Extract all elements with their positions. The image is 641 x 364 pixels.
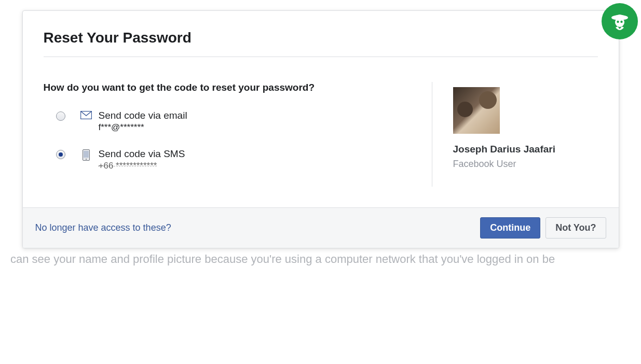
continue-button[interactable]: Continue bbox=[480, 217, 540, 239]
dialog-header: Reset Your Password bbox=[23, 11, 619, 66]
user-role: Facebook User bbox=[453, 159, 598, 170]
option-sms[interactable]: Send code via SMS +66 ************ bbox=[56, 148, 411, 171]
svg-point-3 bbox=[85, 159, 86, 160]
option-sms-detail: +66 ************ bbox=[99, 161, 185, 171]
option-email[interactable]: Send code via email f***@******* bbox=[56, 110, 411, 133]
no-access-link[interactable]: No longer have access to these? bbox=[35, 222, 171, 233]
footer-actions: Continue Not You? bbox=[480, 217, 606, 239]
prompt-text: How do you want to get the code to reset… bbox=[44, 82, 411, 93]
option-email-text: Send code via email f***@******* bbox=[99, 110, 187, 133]
dialog-footer: No longer have access to these? Continue… bbox=[23, 207, 619, 248]
options-panel: How do you want to get the code to reset… bbox=[44, 82, 432, 187]
notice-text-fragment: can see your name and profile picture be… bbox=[10, 248, 631, 266]
svg-rect-2 bbox=[84, 151, 89, 158]
radio-email[interactable] bbox=[56, 111, 65, 121]
avatar bbox=[453, 87, 500, 134]
email-icon bbox=[80, 111, 92, 119]
reset-password-dialog: Reset Your Password How do you want to g… bbox=[22, 10, 619, 248]
svg-point-7 bbox=[620, 21, 622, 23]
not-you-button[interactable]: Not You? bbox=[545, 217, 606, 239]
dialog-body: How do you want to get the code to reset… bbox=[23, 66, 619, 207]
option-email-label: Send code via email bbox=[99, 110, 187, 121]
phone-icon bbox=[80, 149, 92, 161]
user-name: Joseph Darius Jaafari bbox=[453, 143, 598, 156]
page-container: Reset Your Password How do you want to g… bbox=[0, 0, 641, 276]
dialog-title: Reset Your Password bbox=[44, 30, 598, 57]
option-sms-label: Send code via SMS bbox=[99, 148, 185, 160]
user-panel: Joseph Darius Jaafari Facebook User bbox=[432, 82, 598, 187]
svg-point-5 bbox=[615, 18, 624, 27]
option-email-detail: f***@******* bbox=[99, 122, 187, 133]
svg-point-6 bbox=[617, 21, 619, 23]
spy-badge-icon bbox=[602, 3, 638, 39]
option-sms-text: Send code via SMS +66 ************ bbox=[99, 148, 185, 171]
radio-sms[interactable] bbox=[56, 150, 65, 159]
